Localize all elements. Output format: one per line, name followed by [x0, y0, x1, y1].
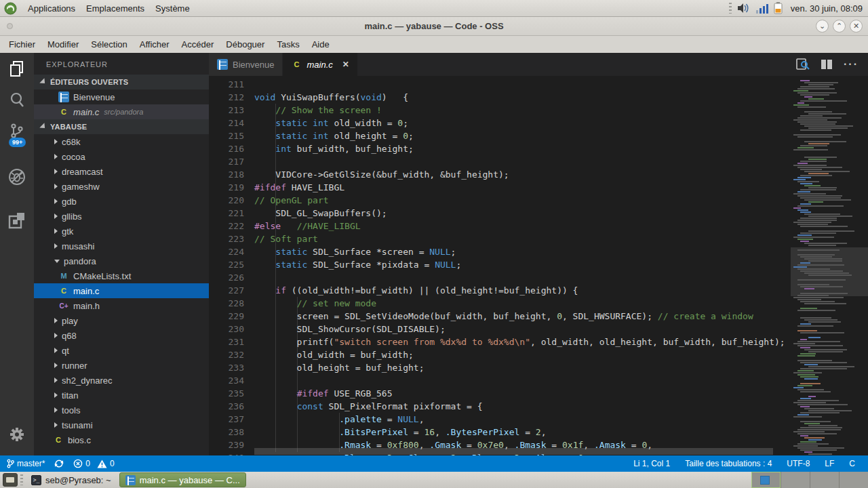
tree-item-sh2_dynarec[interactable]: sh2_dynarec [34, 373, 209, 388]
tree-item-main.c[interactable]: Cmain.c [34, 283, 209, 298]
tree-item-musashi[interactable]: musashi [34, 239, 209, 253]
project-header[interactable]: YABAUSE [34, 119, 209, 134]
code-line[interactable]: old_height = buf_height; [254, 361, 791, 374]
language-mode[interactable]: C [842, 455, 863, 472]
code-line[interactable]: void YuiSwapBuffers(void) { [254, 91, 791, 104]
problems-indicator[interactable]: 0 0 [68, 455, 119, 472]
encoding[interactable]: UTF-8 [779, 455, 817, 472]
open-preview-icon[interactable] [796, 58, 810, 70]
window-titlebar[interactable]: main.c — yabause — Code - OSS ⌄ ⌃ ✕ [0, 17, 868, 36]
menu-accéder[interactable]: Accéder [176, 36, 220, 53]
close-tab-icon[interactable]: ✕ [342, 60, 349, 69]
code-content[interactable]: void YuiSwapBuffers(void) { // Show the … [254, 78, 791, 455]
code-line[interactable]: #else //HAVE_LIBGL [254, 220, 791, 232]
workspace-2[interactable] [781, 472, 810, 488]
code-line[interactable]: #ifdef HAVE_LIBGL [254, 181, 791, 194]
tab-size[interactable]: Taille des tabulations : 4 [677, 455, 779, 472]
tab-bienvenue[interactable]: Bienvenue [209, 53, 282, 76]
more-actions-icon[interactable]: ··· [844, 58, 859, 70]
eol[interactable]: LF [817, 455, 842, 472]
maximize-button[interactable]: ⌃ [833, 20, 846, 33]
sync-button[interactable] [50, 455, 68, 472]
menu-afficher[interactable]: Afficher [134, 36, 176, 53]
menu-tasks[interactable]: Tasks [271, 36, 305, 53]
code-line[interactable]: old_width = buf_width; [254, 348, 791, 361]
close-button[interactable]: ✕ [850, 20, 863, 33]
workspace-4[interactable] [839, 472, 868, 488]
menu-sélection[interactable]: Sélection [85, 36, 133, 53]
open-editors-header[interactable]: ÉDITEURS OUVERTS [34, 75, 209, 89]
code-line[interactable]: // set new mode [254, 297, 791, 310]
clock[interactable]: ven. 30 juin, 08:09 [788, 3, 863, 14]
tree-item-pandora[interactable]: pandora [34, 253, 209, 268]
menu-modifier[interactable]: Modifier [41, 36, 85, 53]
workspace-1[interactable] [751, 472, 781, 488]
tree-item-gdb[interactable]: gdb [34, 194, 209, 209]
tree-item-CMakeLists.txt[interactable]: MCMakeLists.txt [34, 268, 209, 283]
tree-item-titan[interactable]: titan [34, 388, 209, 403]
tree-item-tsunami[interactable]: tsunami [34, 418, 209, 432]
open-editor-item[interactable]: Bienvenue [34, 89, 209, 104]
code-line[interactable]: static SDL_Surface *pixdata = NULL; [254, 258, 791, 271]
code-line[interactable]: const SDL_PixelFormat pixformat = { [254, 400, 791, 413]
code-line[interactable] [254, 271, 791, 284]
menu-déboguer[interactable]: Déboguer [220, 36, 271, 53]
tree-item-tools[interactable]: tools [34, 403, 209, 418]
code-line[interactable] [254, 374, 791, 387]
cursor-position[interactable]: Li 1, Col 1 [626, 455, 677, 472]
tree-item-runner[interactable]: runner [34, 358, 209, 373]
tree-item-gameshw[interactable]: gameshw [34, 179, 209, 194]
code-line[interactable]: .BitsPerPixel = 16, .BytesPerPixel = 2, [254, 426, 791, 439]
tree-item-play[interactable]: play [34, 313, 209, 328]
settings-gear-icon[interactable] [0, 419, 34, 450]
open-editor-item[interactable]: Cmain.csrc/pandora [34, 104, 209, 119]
code-line[interactable]: static int old_width = 0; [254, 117, 791, 129]
distro-logo-icon[interactable] [4, 2, 17, 15]
tree-item-gtk[interactable]: gtk [34, 224, 209, 239]
tree-item-qt[interactable]: qt [34, 343, 209, 358]
code-line[interactable]: if ((old_width!=buf_width) || (old_heigh… [254, 284, 791, 297]
code-line[interactable]: SDL_GL_SwapBuffers(); [254, 207, 791, 220]
code-line[interactable] [254, 155, 791, 168]
code-line[interactable]: // Show the screen ! [254, 104, 791, 117]
code-editor[interactable]: 2112122132142152162172182192202212222232… [209, 76, 868, 455]
menu-fichier[interactable]: Fichier [3, 36, 41, 53]
menu-aide[interactable]: Aide [306, 36, 336, 53]
debug-icon[interactable] [0, 161, 34, 192]
taskbar-window-button[interactable]: main.c — yabause — C... [119, 472, 246, 487]
tree-item-bios.c[interactable]: Cbios.c [34, 432, 209, 447]
git-branch-indicator[interactable]: master* [0, 455, 50, 472]
code-line[interactable]: screen = SDL_SetVideoMode(buf_width, buf… [254, 310, 791, 323]
search-icon[interactable] [0, 84, 34, 115]
taskbar-window-button[interactable]: >_seb@Pyraseb: ~ [26, 472, 117, 487]
code-line[interactable] [254, 78, 791, 91]
tab-main.c[interactable]: Cmain.c✕ [283, 53, 357, 76]
tree-item-c68k[interactable]: c68k [34, 134, 209, 149]
code-line[interactable]: SDL_ShowCursor(SDL_DISABLE); [254, 323, 791, 336]
code-line[interactable]: #ifdef USE_RGB_565 [254, 387, 791, 400]
code-line[interactable]: // Soft part [254, 232, 791, 245]
desktop-menu-système[interactable]: Système [150, 3, 195, 14]
tree-item-cocoa[interactable]: cocoa [34, 149, 209, 164]
horizontal-scrollbar[interactable] [254, 448, 773, 455]
code-line[interactable]: // OpenGL part [254, 194, 791, 207]
tree-item-dreamcast[interactable]: dreamcast [34, 164, 209, 179]
tree-item-q68[interactable]: q68 [34, 328, 209, 343]
minimap[interactable] [791, 76, 868, 455]
code-line[interactable]: static SDL_Surface *screen = NULL; [254, 245, 791, 258]
desktop-menu-emplacements[interactable]: Emplacements [81, 3, 150, 14]
code-line[interactable]: .palette = NULL, [254, 413, 791, 426]
code-line[interactable]: VIDCore->GetGlSize(&buf_width, &buf_heig… [254, 168, 791, 181]
tree-item-main.h[interactable]: C+main.h [34, 298, 209, 313]
file-manager-launcher-icon[interactable] [3, 473, 18, 487]
code-line[interactable]: int buf_width, buf_height; [254, 142, 791, 155]
tree-item-gllibs[interactable]: gllibs [34, 209, 209, 224]
minimize-button[interactable]: ⌄ [816, 20, 829, 33]
code-line[interactable]: static int old_height = 0; [254, 129, 791, 142]
battery-icon[interactable] [774, 2, 783, 14]
split-editor-icon[interactable] [821, 59, 833, 70]
extensions-icon[interactable] [0, 205, 34, 236]
code-line[interactable]: printf("switch screen from %dx%d to %dx%… [254, 336, 791, 348]
volume-icon[interactable] [737, 3, 751, 14]
explorer-icon[interactable] [0, 53, 34, 84]
